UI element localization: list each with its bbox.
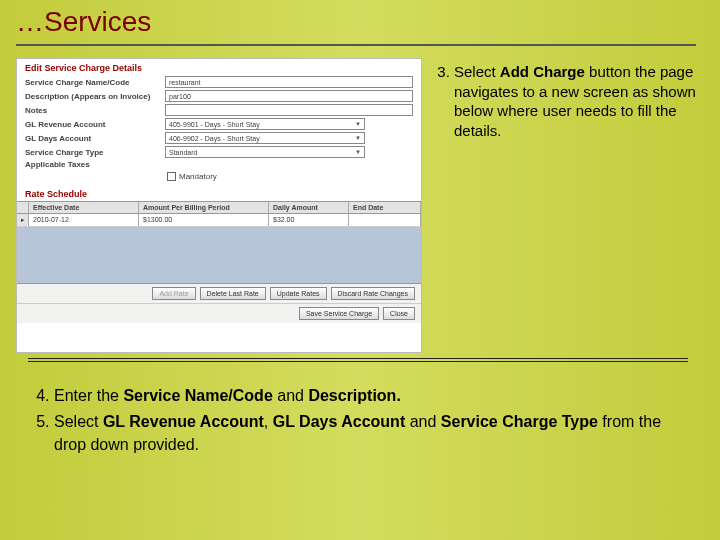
row-selector[interactable]: ▸: [17, 214, 29, 226]
main-row: Edit Service Charge Details Service Char…: [16, 58, 704, 353]
col-amount: Amount Per Billing Period: [139, 202, 269, 213]
txt: and: [405, 413, 441, 430]
row-mandatory: Mandatory: [17, 170, 421, 187]
input-desc[interactable]: par100: [165, 90, 413, 102]
bold: GL Days Account: [273, 413, 405, 430]
select-glrev-value: 405-9901 - Days - Short Stay: [169, 119, 260, 130]
select-sctype[interactable]: Standard ▼: [165, 146, 365, 158]
instruction-5-item: Select GL Revenue Account, GL Days Accou…: [54, 411, 688, 456]
select-gldays[interactable]: 406-9902 - Days - Short Stay ▼: [165, 132, 365, 144]
row-gldays: GL Days Account 406-9902 - Days - Short …: [17, 131, 421, 145]
row-name: Service Charge Name/Code restaurant: [17, 75, 421, 89]
label-glrev: GL Revenue Account: [25, 120, 165, 129]
instruction-3-item: Select Add Charge button the page naviga…: [454, 62, 704, 140]
label-sctype: Service Charge Type: [25, 148, 165, 157]
row-glrev: GL Revenue Account 405-9901 - Days - Sho…: [17, 117, 421, 131]
separator: [28, 358, 688, 362]
label-gldays: GL Days Account: [25, 134, 165, 143]
cell-end: [349, 214, 421, 226]
chevron-down-icon: ▼: [355, 119, 361, 130]
col-end: End Date: [349, 202, 421, 213]
label-desc: Description (Appears on Invoice): [25, 92, 165, 101]
rate-buttons: Add Rate Delete Last Rate Update Rates D…: [17, 284, 421, 304]
chevron-down-icon: ▼: [355, 147, 361, 158]
input-notes[interactable]: [165, 104, 413, 116]
save-service-charge-button[interactable]: Save Service Charge: [299, 307, 379, 320]
select-gldays-value: 406-9902 - Days - Short Stay: [169, 133, 260, 144]
delete-last-rate-button[interactable]: Delete Last Rate: [200, 287, 266, 300]
grid-body: ▸ 2010-07-12 $1300.00 $32.00: [17, 214, 421, 284]
bold: Description.: [308, 387, 400, 404]
txt: Enter the: [54, 387, 123, 404]
txt: and: [273, 387, 309, 404]
label-notes: Notes: [25, 106, 165, 115]
bold-add-charge: Add Charge: [500, 63, 585, 80]
row-sctype: Service Charge Type Standard ▼: [17, 145, 421, 159]
bold: Service Name/Code: [123, 387, 272, 404]
input-desc-value: par100: [169, 91, 191, 102]
col-effective: Effective Date: [29, 202, 139, 213]
cell-effective: 2010-07-12: [29, 214, 139, 226]
edit-service-charge-dialog: Edit Service Charge Details Service Char…: [16, 58, 422, 353]
instruction-4-item: Enter the Service Name/Code and Descript…: [54, 385, 688, 407]
discard-rate-changes-button[interactable]: Discard Rate Changes: [331, 287, 415, 300]
label-mandatory: Mandatory: [179, 172, 217, 181]
instructions-bottom: Enter the Service Name/Code and Descript…: [28, 385, 688, 460]
row-desc: Description (Appears on Invoice) par100: [17, 89, 421, 103]
select-sctype-value: Standard: [169, 147, 197, 158]
title-underline: [16, 44, 696, 46]
cell-daily: $32.00: [269, 214, 349, 226]
label-name: Service Charge Name/Code: [25, 78, 165, 87]
grid-header: Effective Date Amount Per Billing Period…: [17, 201, 421, 214]
cell-amount: $1300.00: [139, 214, 269, 226]
bold: GL Revenue Account: [103, 413, 264, 430]
chevron-down-icon: ▼: [355, 133, 361, 144]
checkbox-mandatory[interactable]: [167, 172, 176, 181]
instruction-3: Select Add Charge button the page naviga…: [430, 58, 704, 353]
dialog-buttons: Save Service Charge Close: [17, 304, 421, 323]
txt: Select: [454, 63, 500, 80]
input-name-value: restaurant: [169, 77, 201, 88]
rate-schedule-header: Rate Schedule: [17, 187, 421, 201]
add-rate-button[interactable]: Add Rate: [152, 287, 195, 300]
row-notes: Notes: [17, 103, 421, 117]
bold: Service Charge Type: [441, 413, 598, 430]
update-rates-button[interactable]: Update Rates: [270, 287, 327, 300]
page-title: …Services: [16, 6, 151, 38]
txt: Select: [54, 413, 103, 430]
close-button[interactable]: Close: [383, 307, 415, 320]
txt: ,: [264, 413, 273, 430]
input-name[interactable]: restaurant: [165, 76, 413, 88]
label-taxes: Applicable Taxes: [25, 160, 165, 169]
table-row[interactable]: ▸ 2010-07-12 $1300.00 $32.00: [17, 214, 421, 227]
dialog-header: Edit Service Charge Details: [17, 59, 421, 75]
row-taxes: Applicable Taxes: [17, 159, 421, 170]
select-glrev[interactable]: 405-9901 - Days - Short Stay ▼: [165, 118, 365, 130]
col-daily: Daily Amount: [269, 202, 349, 213]
